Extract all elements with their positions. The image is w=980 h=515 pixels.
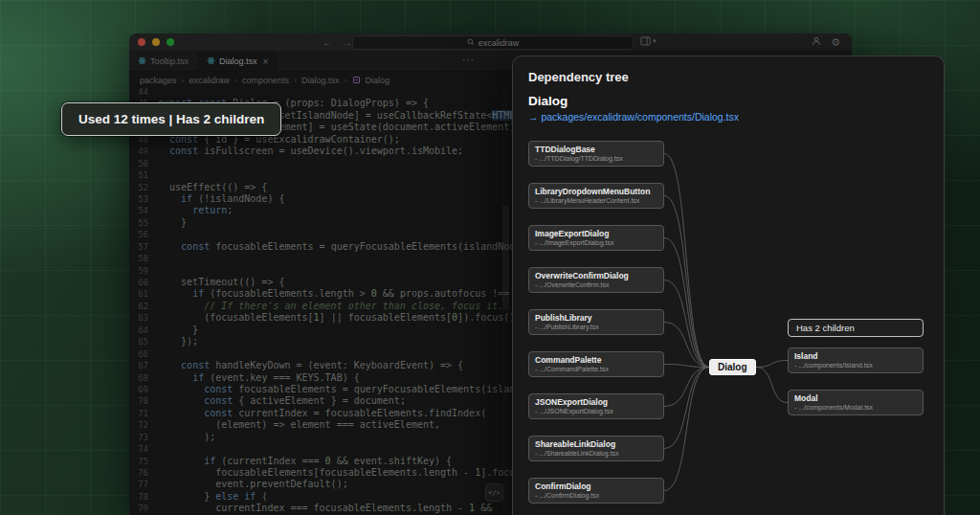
desktop-background: ← → excalidraw ▾ ⚙ [0,0,980,515]
line-number: 66 [129,348,158,360]
zoom-window-button[interactable] [167,38,174,46]
minimize-window-button[interactable] [152,38,160,46]
dependency-node-path: - .../components/Island.tsx [794,361,917,369]
dependency-node-PublishLibrary[interactable]: PublishLibrary- .../PublishLibrary.tsx [528,309,664,335]
line-number: 56 [129,229,158,240]
dependency-node-path: - .../TTDDialog/TTDDialog.tsx [535,154,657,163]
line-number: 50 [129,158,158,169]
line-number: 72 [129,419,158,431]
dependency-node-path: - .../components/Modal.tsx [794,403,917,412]
center-node[interactable]: Dialog [709,359,756,375]
dependency-node-TTDDialogBase[interactable]: TTDDialogBase- .../TTDDialog/TTDDialog.t… [528,141,664,167]
dependency-node-path: - .../JSONExportDialog.tsx [535,407,657,415]
line-number: 76 [129,467,158,479]
scrollbar-thumb[interactable] [502,206,509,309]
layout-toggle-icon[interactable]: ▾ [640,36,657,46]
search-value: excalidraw [479,38,520,48]
line-number: 55 [129,217,158,229]
dependency-node-name: LibraryDropdownMenuButton [535,187,657,196]
line-number: 51 [129,169,158,181]
dependency-node-Modal[interactable]: Modal- .../components/Modal.tsx [788,390,924,415]
dependency-node-path: - .../LibraryMenuHeaderContent.tsx [535,196,657,205]
breadcrumb-item[interactable]: components [242,76,289,85]
line-number: 68 [129,372,158,384]
dependency-node-JSONExportDialog[interactable]: JSONExportDialog- .../JSONExportDialog.t… [528,393,664,419]
dependency-graph: Dialog Has 2 children TTDDialogBase- ...… [513,56,944,515]
dependency-node-name: CommandPalette [535,355,657,365]
line-number: 78 [129,491,158,503]
dependency-node-name: Modal [794,393,917,403]
line-number: 44 [129,86,158,98]
dependency-node-OverwriteConfirmDialog[interactable]: OverwriteConfirmDialog- .../OverwriteCon… [528,267,664,293]
line-number: 57 [129,241,158,253]
children-count-label: Has 2 children [788,319,924,337]
dependency-node-name: PublishLibrary [535,313,657,323]
back-icon[interactable]: ← [323,37,332,48]
line-number: 60 [129,277,158,288]
usage-tooltip: Used 12 times | Has 2 children [61,102,281,136]
breadcrumb-item[interactable]: Dialog.tsx [301,76,340,85]
line-number: 74 [129,443,158,455]
dependency-node-ImageExportDialog[interactable]: ImageExportDialog- .../ImageExportDialog… [528,225,664,251]
traffic-lights [138,38,174,46]
tab-label: Dialog.tsx [219,56,257,66]
titlebar-actions: ⚙ [812,34,840,51]
line-number: 62 [129,301,158,312]
line-number: 65 [129,336,158,347]
close-icon[interactable]: × [263,56,269,67]
react-file-icon [207,56,215,67]
settings-gear-icon[interactable]: ⚙ [831,36,840,49]
code-action-button[interactable]: </> [485,483,503,502]
editor-actions-icon[interactable]: ··· [462,55,475,65]
dependency-node-name: JSONExportDialog [535,397,657,407]
search-icon [467,38,475,48]
close-window-button[interactable] [138,38,145,46]
chevron-down-icon: ▾ [653,37,657,45]
dependency-node-name: ShareableLinkDialog [535,439,657,449]
line-number: 79 [129,503,158,514]
dependency-tree-panel: Dependency tree Dialog → packages/excali… [512,56,945,515]
breadcrumb-item[interactable]: packages [140,76,177,85]
dependency-node-LibraryDropdownMenuButton[interactable]: LibraryDropdownMenuButton- .../LibraryMe… [528,183,664,209]
tab-tooltip-tsx[interactable]: Tooltip.tsx [129,52,198,71]
symbol-class-icon [352,76,361,84]
tab-label: Tooltip.tsx [150,56,189,66]
line-number: 59 [129,265,158,277]
line-number: 67 [129,360,158,371]
dependency-node-ShareableLinkDialog[interactable]: ShareableLinkDialog- .../ShareableLinkDi… [528,436,664,461]
line-number: 77 [129,479,158,490]
dependency-node-name: Island [794,351,917,361]
breadcrumb-separator: › [294,76,297,85]
line-number: 69 [129,384,158,395]
forward-icon[interactable]: → [343,37,352,48]
dependency-node-path: - .../ConfirmDialog.tsx [535,491,657,500]
breadcrumb-separator: › [345,76,347,85]
line-number: 49 [129,146,158,157]
line-number: 75 [129,456,158,467]
dependency-node-Island[interactable]: Island- .../components/Island.tsx [788,347,924,373]
line-number: 54 [129,205,158,216]
line-number: 61 [129,288,158,300]
line-number: 64 [129,325,158,336]
editor-scrollbar[interactable] [502,86,509,515]
tab-dialog-tsx[interactable]: Dialog.tsx × [198,52,278,71]
history-nav: ← → [323,34,352,51]
account-icon[interactable] [812,36,821,48]
dependency-node-name: ImageExportDialog [535,229,657,238]
breadcrumb-separator: › [234,76,237,85]
dependency-node-path: - .../ShareableLinkDialog.tsx [535,449,657,458]
breadcrumb-item[interactable]: excalidraw [189,76,231,85]
dependency-node-path: - .../CommandPalette.tsx [535,365,657,373]
dependency-node-CommandPalette[interactable]: CommandPalette- .../CommandPalette.tsx [528,351,664,377]
dependency-node-ConfirmDialog[interactable]: ConfirmDialog- .../ConfirmDialog.tsx [528,478,664,504]
line-number: 70 [129,395,158,407]
dependency-node-path: - .../OverwriteConfirm.tsx [535,280,657,289]
line-number: 52 [129,182,158,193]
line-number: 71 [129,408,158,419]
dependency-node-path: - .../PublishLibrary.tsx [535,323,657,331]
search-input[interactable]: excalidraw [352,35,634,50]
dependency-node-path: - .../ImageExportDialog.tsx [535,238,657,247]
dependency-node-name: ConfirmDialog [535,481,657,491]
breadcrumb-separator: › [182,76,185,85]
breadcrumb-item[interactable]: Dialog [366,76,390,85]
